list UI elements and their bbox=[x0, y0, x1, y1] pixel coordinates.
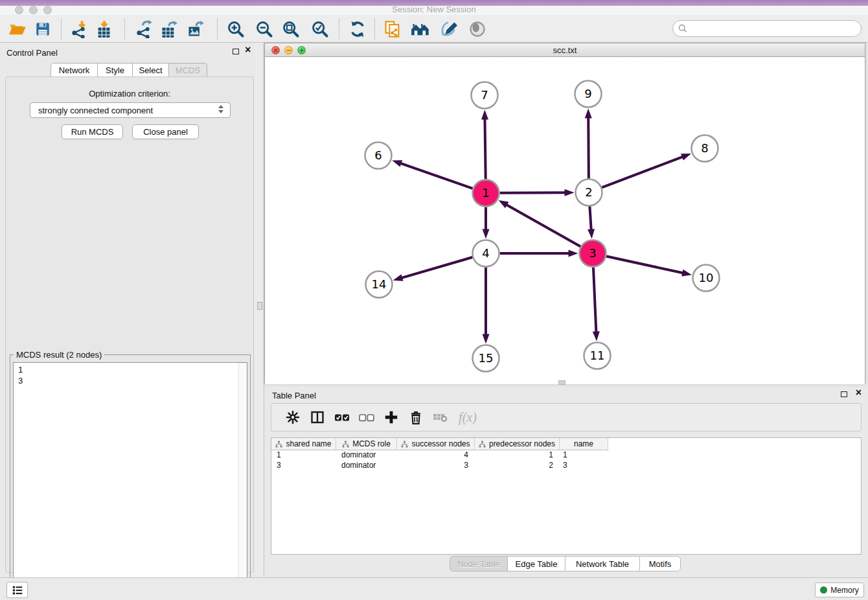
save-session-button[interactable] bbox=[31, 17, 54, 41]
close-panel-icon[interactable]: × bbox=[856, 386, 862, 399]
column-header-predecessor-nodes[interactable]: predecessor nodes bbox=[475, 438, 560, 450]
node-11[interactable]: 11 bbox=[584, 343, 611, 369]
cell-mcds-role[interactable]: dominator bbox=[336, 450, 397, 461]
float-panel-icon[interactable] bbox=[233, 49, 239, 54]
duplicate-network-button[interactable] bbox=[381, 17, 404, 41]
cell-mcds-role[interactable]: dominator bbox=[336, 461, 397, 471]
table-settings-button[interactable] bbox=[280, 410, 305, 425]
horizontal-splitter-handle[interactable] bbox=[558, 380, 565, 385]
task-history-button[interactable] bbox=[6, 582, 28, 598]
deselect-all-rows-button[interactable] bbox=[354, 410, 379, 425]
cell-predecessor-nodes[interactable]: 1 bbox=[475, 450, 560, 461]
zoom-selected-button[interactable] bbox=[308, 17, 332, 41]
table-row[interactable]: 1 dominator 4 1 1 bbox=[271, 450, 861, 461]
cell-shared-name[interactable]: 3 bbox=[271, 461, 336, 471]
gear-icon bbox=[285, 410, 301, 425]
node-3[interactable]: 3 bbox=[580, 240, 606, 267]
add-row-button[interactable] bbox=[379, 409, 404, 426]
zoom-out-button[interactable] bbox=[253, 17, 276, 41]
import-table-button[interactable] bbox=[93, 17, 116, 41]
show-columns-button[interactable] bbox=[305, 410, 330, 425]
select-all-rows-button[interactable] bbox=[330, 410, 354, 425]
tab-motifs[interactable]: Motifs bbox=[639, 556, 681, 571]
splitter-handle[interactable] bbox=[257, 302, 262, 310]
cell-name[interactable]: 3 bbox=[560, 461, 608, 471]
edge-4-15[interactable] bbox=[483, 268, 490, 344]
edge-1-4[interactable] bbox=[483, 207, 490, 239]
edge-2-8[interactable] bbox=[602, 154, 691, 187]
mcds-result-groupbox: MCDS result (2 nodes) 1 3 bbox=[10, 354, 251, 598]
node-10[interactable]: 10 bbox=[693, 265, 720, 292]
delete-table-button[interactable] bbox=[428, 410, 453, 425]
style-brush-icon bbox=[439, 20, 457, 38]
edge-1-7[interactable] bbox=[481, 110, 488, 179]
tab-network-table[interactable]: Network Table bbox=[565, 556, 640, 571]
memory-button[interactable]: Memory bbox=[815, 583, 864, 597]
edge-1-2[interactable] bbox=[499, 189, 574, 196]
cell-successor-nodes[interactable]: 3 bbox=[397, 461, 475, 471]
cell-name[interactable]: 1 bbox=[560, 450, 608, 461]
column-header-mcds-role[interactable]: MCDS role bbox=[336, 438, 397, 450]
tab-network[interactable]: Network bbox=[51, 63, 98, 77]
first-neighbors-button[interactable] bbox=[409, 17, 432, 41]
open-file-button[interactable] bbox=[6, 17, 29, 41]
tab-style[interactable]: Style bbox=[97, 63, 133, 77]
criterion-select[interactable]: strongly connected component bbox=[30, 102, 231, 118]
column-header-shared-name[interactable]: shared name bbox=[271, 438, 336, 450]
close-panel-button[interactable]: Close panel bbox=[132, 124, 199, 139]
node-1[interactable]: 1 bbox=[473, 180, 499, 207]
table-row[interactable]: 3 dominator 3 2 3 bbox=[271, 461, 861, 471]
delete-row-button[interactable] bbox=[404, 409, 428, 426]
close-panel-icon[interactable]: × bbox=[245, 43, 251, 56]
tab-mcds[interactable]: MCDS bbox=[168, 63, 207, 77]
search-input[interactable] bbox=[672, 20, 862, 37]
edge-2-9[interactable] bbox=[585, 108, 592, 178]
node-6[interactable]: 6 bbox=[365, 143, 392, 169]
homes-icon bbox=[411, 20, 430, 38]
result-scrollbar[interactable] bbox=[238, 363, 247, 594]
tab-edge-table[interactable]: Edge Table bbox=[507, 556, 565, 571]
show-hide-toggle-button[interactable] bbox=[466, 17, 489, 41]
table-toolbar: f(x) bbox=[271, 403, 862, 432]
edge-1-6[interactable] bbox=[392, 160, 472, 189]
cell-shared-name[interactable]: 1 bbox=[271, 450, 336, 461]
svg-text:9: 9 bbox=[584, 87, 591, 100]
mcds-result-textarea[interactable]: 1 3 bbox=[13, 362, 247, 594]
network-canvas[interactable]: 7968124314101511 bbox=[265, 57, 865, 384]
apply-layout-button[interactable] bbox=[346, 17, 369, 41]
edge-2-3[interactable] bbox=[588, 206, 595, 238]
tab-select[interactable]: Select bbox=[132, 63, 169, 77]
float-panel-icon[interactable] bbox=[841, 391, 847, 397]
edge-4-3[interactable] bbox=[500, 250, 578, 257]
edge-4-14[interactable] bbox=[393, 257, 473, 281]
edge-3-11[interactable] bbox=[593, 267, 600, 341]
edge-3-10[interactable] bbox=[606, 257, 692, 277]
network-window-titlebar[interactable]: × − + scc.txt bbox=[265, 43, 865, 57]
edge-3-1[interactable] bbox=[499, 200, 581, 246]
zoom-in-button[interactable] bbox=[224, 17, 247, 41]
node-15[interactable]: 15 bbox=[473, 345, 499, 372]
zoom-fit-button[interactable] bbox=[279, 17, 303, 41]
function-builder-button[interactable]: f(x) bbox=[453, 410, 483, 425]
node-7[interactable]: 7 bbox=[472, 82, 498, 109]
node-14[interactable]: 14 bbox=[366, 271, 393, 298]
apply-style-button[interactable] bbox=[437, 17, 460, 41]
cell-predecessor-nodes[interactable]: 2 bbox=[475, 461, 560, 471]
node-8[interactable]: 8 bbox=[692, 135, 718, 162]
optimization-criterion-label: Optimization criterion: bbox=[6, 89, 253, 98]
zoom-in-icon bbox=[227, 20, 245, 38]
node-9[interactable]: 9 bbox=[575, 81, 602, 108]
export-network-button[interactable] bbox=[133, 17, 156, 41]
import-network-button[interactable] bbox=[68, 17, 91, 41]
column-header-successor-nodes[interactable]: successor nodes bbox=[397, 438, 475, 450]
export-table-button[interactable] bbox=[157, 17, 181, 41]
cell-successor-nodes[interactable]: 4 bbox=[397, 450, 475, 461]
tab-node-table[interactable]: Node Table bbox=[450, 556, 508, 571]
node-4[interactable]: 4 bbox=[473, 240, 499, 267]
vertical-splitter[interactable] bbox=[255, 43, 264, 577]
export-image-button[interactable] bbox=[184, 17, 207, 41]
column-header-name[interactable]: name bbox=[560, 438, 608, 450]
run-mcds-button[interactable]: Run MCDS bbox=[62, 124, 123, 139]
svg-text:3: 3 bbox=[589, 246, 596, 260]
node-2[interactable]: 2 bbox=[576, 179, 602, 206]
